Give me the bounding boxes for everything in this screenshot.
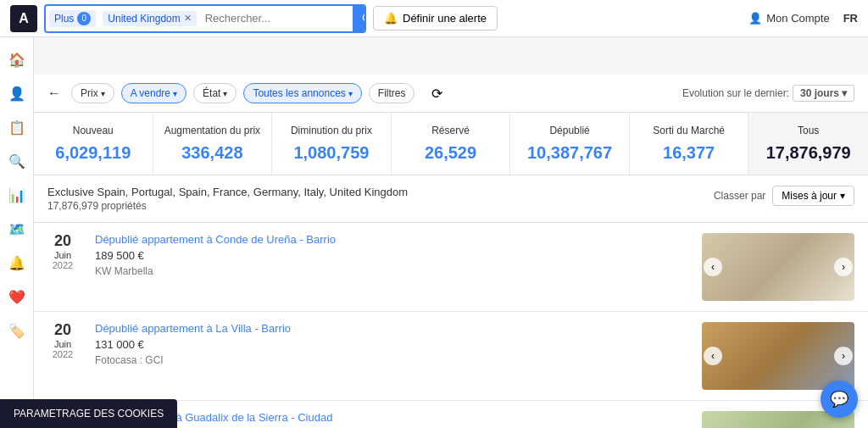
image-next-button[interactable]: › — [834, 258, 853, 276]
cookie-banner[interactable]: PARAMETRAGE DES COOKIES — [0, 399, 177, 428]
listing-title-link[interactable]: Dépublié appartement à Conde de Ureña - … — [95, 233, 336, 246]
listings-container: 20 Juin 2022 Dépublié appartement à Cond… — [34, 223, 868, 428]
listing-item: 20 Juin 2022 Dépublié appartement à La V… — [34, 312, 868, 401]
top-navigation: A Plus 0 United Kingdom ✕ 🔔 Définir une … — [0, 0, 868, 37]
results-count: 17,876,979 propriétés — [47, 200, 408, 212]
results-info: Exclusive Spain, Portugal, Spain, France… — [47, 186, 408, 212]
chat-button[interactable]: 💬 — [821, 381, 858, 418]
account-button[interactable]: 👤 Mon Compte — [748, 12, 829, 25]
stats-row: Nouveau 6,029,119 Augmentation du prix 3… — [34, 113, 868, 175]
listing-agent: KW Marbella — [95, 265, 685, 277]
svg-point-0 — [363, 14, 366, 20]
chevron-down-icon: ▾ — [173, 89, 177, 98]
search-icon — [362, 13, 366, 25]
listing-image: ‹ › — [702, 322, 854, 390]
refresh-button[interactable]: ⟳ — [425, 81, 448, 105]
search-tag-uk[interactable]: United Kingdom ✕ — [103, 11, 196, 26]
sidebar-icon-home[interactable]: 🏠 — [2, 44, 32, 75]
sort-label: Classer par — [714, 190, 765, 202]
listing-title-link[interactable]: Dépublié appartement à La Villa - Barrio — [95, 322, 291, 335]
search-tag-plus[interactable]: Plus 0 — [49, 10, 96, 27]
filter-bar: ← Prix ▾ A vendre ▾ État ▾ Toutes les an… — [34, 75, 868, 113]
sidebar-icon-user[interactable]: 👤 — [2, 78, 32, 108]
sort-area: Classer par Mises à jour ▾ — [714, 186, 854, 206]
filter-avendre[interactable]: A vendre ▾ — [121, 83, 186, 103]
nav-right: 👤 Mon Compte FR — [748, 12, 858, 25]
results-header: Exclusive Spain, Portugal, Spain, France… — [34, 175, 868, 223]
filter-toutes[interactable]: Toutes les annonces ▾ — [243, 83, 361, 103]
evolution-period-selector[interactable]: 30 jours ▾ — [793, 85, 854, 102]
search-bar: Plus 0 United Kingdom ✕ — [44, 4, 366, 33]
plus-count: 0 — [77, 12, 91, 25]
listing-date: 20 Juin 2022 — [47, 322, 78, 390]
main-content: ← Prix ▾ A vendre ▾ État ▾ Toutes les an… — [34, 37, 868, 428]
stat-reserve[interactable]: Réservé 26,529 — [392, 113, 511, 175]
sidebar-icon-search[interactable]: 🔍 — [2, 146, 32, 176]
listing-info: Dépublié terrain à Guadalix de la Sierra… — [88, 411, 692, 428]
sort-button[interactable]: Mises à jour ▾ — [772, 186, 854, 206]
stat-depublie[interactable]: Dépublié 10,387,767 — [510, 113, 630, 175]
stat-augmentation[interactable]: Augmentation du prix 336,428 — [153, 113, 273, 175]
search-tag-uk-remove[interactable]: ✕ — [184, 13, 192, 24]
search-button[interactable] — [353, 6, 366, 31]
search-input[interactable] — [200, 12, 353, 25]
listing-price: 131 000 € — [95, 338, 685, 351]
filter-prix[interactable]: Prix ▾ — [71, 83, 114, 103]
image-next-button[interactable]: › — [834, 347, 853, 365]
chat-icon: 💬 — [830, 390, 849, 409]
listing-price: 189 500 € — [95, 249, 685, 262]
listing-info: Dépublié appartement à La Villa - Barrio… — [88, 322, 692, 390]
stat-tous[interactable]: Tous 17,876,979 — [748, 113, 868, 175]
image-prev-button[interactable]: ‹ — [704, 347, 722, 365]
listing-info: Dépublié appartement à Conde de Ureña - … — [88, 233, 692, 301]
sidebar-icon-heart[interactable]: ❤️ — [2, 281, 32, 312]
chevron-down-icon: ▾ — [840, 190, 845, 202]
chevron-down-icon: ▾ — [348, 89, 353, 98]
account-icon: 👤 — [748, 12, 762, 25]
language-button[interactable]: FR — [843, 12, 858, 25]
filter-etat[interactable]: État ▾ — [193, 83, 236, 103]
image-prev-button[interactable]: ‹ — [704, 258, 722, 276]
sidebar-icon-list[interactable]: 📋 — [2, 112, 32, 142]
sidebar: 🏠 👤 📋 🔍 📊 🗺️ 🔔 ❤️ 🏷️ — [0, 37, 34, 428]
back-button[interactable]: ← — [47, 86, 61, 101]
listing-item: 20 Juin 2022 Dépublié appartement à Cond… — [34, 223, 868, 312]
sidebar-icon-map[interactable]: 🗺️ — [2, 214, 32, 244]
chevron-down-icon: ▾ — [101, 89, 105, 98]
sidebar-icon-tag[interactable]: 🏷️ — [2, 315, 32, 346]
listing-image: ‹ › — [702, 233, 854, 301]
logo-text: A — [19, 11, 29, 26]
stat-sorti[interactable]: Sorti du Marché 16,377 — [630, 113, 749, 175]
stat-nouveau[interactable]: Nouveau 6,029,119 — [34, 113, 153, 175]
sidebar-icon-chart[interactable]: 📊 — [2, 180, 32, 210]
stat-diminution[interactable]: Diminution du prix 1,080,759 — [272, 113, 392, 175]
listing-agent: Fotocasa : GCI — [95, 354, 685, 366]
listing-date: 20 Juin 2022 — [47, 233, 78, 301]
chevron-down-icon: ▾ — [842, 87, 847, 99]
chevron-down-icon: ▾ — [223, 89, 227, 98]
sidebar-icon-bell[interactable]: 🔔 — [2, 247, 32, 278]
logo[interactable]: A — [10, 5, 37, 32]
alert-button[interactable]: 🔔 Définir une alerte — [373, 6, 498, 31]
results-subtitle: Exclusive Spain, Portugal, Spain, France… — [47, 186, 408, 198]
evolution-label: Evolution sur le dernier: 30 jours ▾ — [682, 85, 854, 102]
alert-icon: 🔔 — [384, 12, 398, 25]
filter-filtres[interactable]: Filtres — [369, 83, 415, 103]
